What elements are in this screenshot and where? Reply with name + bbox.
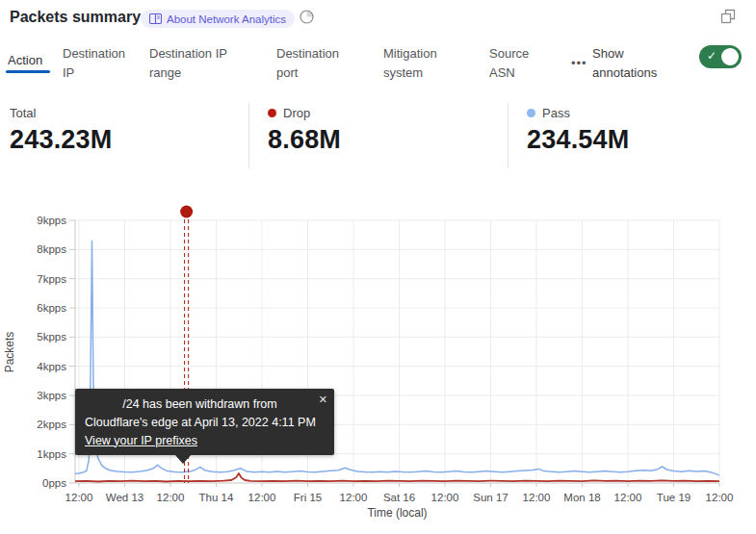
svg-text:8kpps: 8kpps	[37, 243, 66, 255]
svg-text:Wed 13: Wed 13	[106, 492, 143, 503]
svg-text:Fri 15: Fri 15	[294, 492, 322, 503]
x-axis-title: Time (local)	[367, 506, 427, 520]
svg-text:7kpps: 7kpps	[37, 273, 66, 285]
svg-text:Mon 18: Mon 18	[563, 492, 600, 503]
svg-text:Sun 17: Sun 17	[473, 492, 508, 503]
svg-text:12:00: 12:00	[65, 492, 93, 503]
y-axis-title: Packets	[3, 332, 16, 373]
svg-text:1kpps: 1kpps	[37, 448, 66, 460]
svg-text:Sat 16: Sat 16	[383, 492, 415, 503]
svg-text:Thu 14: Thu 14	[199, 492, 234, 503]
svg-text:0pps: 0pps	[42, 477, 66, 489]
svg-text:4kpps: 4kpps	[37, 361, 66, 372]
svg-text:12:00: 12:00	[340, 492, 368, 503]
svg-text:Tue 19: Tue 19	[657, 492, 691, 503]
svg-text:12:00: 12:00	[614, 492, 642, 503]
svg-text:2kpps: 2kpps	[37, 419, 66, 430]
svg-text:12:00: 12:00	[523, 492, 551, 503]
annotation-dot[interactable]	[180, 206, 193, 218]
annotation-tooltip: ✕ /24 has been withdrawn from Cloudflare…	[75, 389, 334, 455]
svg-text:3kpps: 3kpps	[37, 390, 66, 401]
drop-line	[75, 473, 719, 482]
svg-text:5kpps: 5kpps	[37, 331, 66, 343]
annotation-text-line1: /24 has been withdrawn from	[85, 395, 325, 414]
packets-summary-panel: Packets summary About Network Analytics …	[0, 0, 756, 534]
close-icon[interactable]: ✕	[319, 392, 327, 408]
svg-text:12:00: 12:00	[431, 492, 459, 503]
view-ip-prefixes-link[interactable]: View your IP prefixes	[85, 432, 197, 450]
svg-text:12:00: 12:00	[157, 492, 185, 503]
svg-text:6kpps: 6kpps	[37, 302, 66, 314]
tooltip-caret	[174, 454, 192, 464]
annotation-text-line2: Cloudflare's edge at April 13, 2022 4:11…	[85, 414, 325, 432]
svg-text:12:00: 12:00	[706, 492, 734, 503]
svg-text:12:00: 12:00	[248, 492, 276, 503]
svg-text:9kpps: 9kpps	[37, 215, 66, 226]
